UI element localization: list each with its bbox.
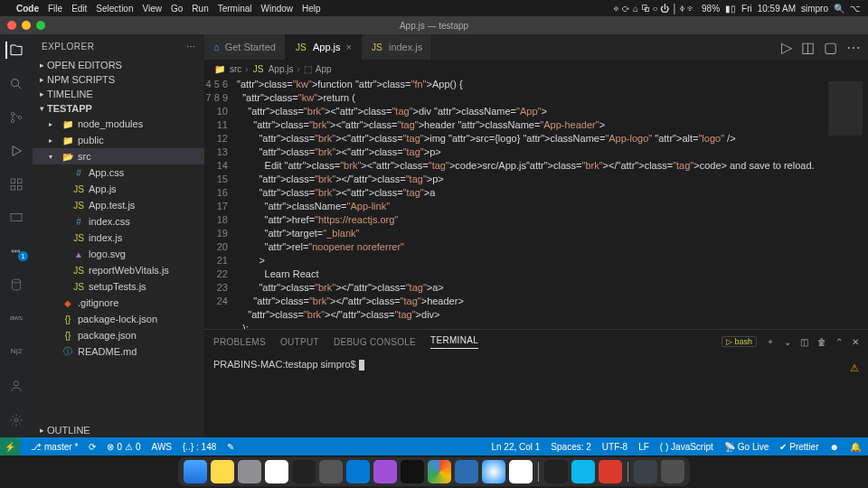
menu-terminal[interactable]: Terminal bbox=[218, 4, 252, 14]
tree-item-setupTests-js[interactable]: JSsetupTests.js bbox=[33, 278, 204, 295]
close-icon[interactable] bbox=[7, 21, 16, 30]
db-icon[interactable] bbox=[6, 276, 26, 293]
user-name[interactable]: simpro bbox=[801, 4, 828, 14]
dock-activity[interactable] bbox=[544, 460, 568, 483]
menu-edit[interactable]: Edit bbox=[71, 4, 87, 14]
terminal-shell[interactable]: ▷ bash bbox=[722, 336, 757, 347]
menu-file[interactable]: File bbox=[48, 4, 62, 14]
menu-run[interactable]: Run bbox=[192, 4, 208, 14]
tree-item-App-test-js[interactable]: JSApp.test.js bbox=[33, 197, 204, 213]
kill-terminal-icon[interactable]: 🗑 bbox=[817, 337, 826, 347]
breadcrumb[interactable]: 📁src› JSApp.js› ⬚App bbox=[204, 60, 868, 78]
search-icon[interactable] bbox=[6, 75, 26, 92]
section-timeline[interactable]: ▸TIMELINE bbox=[33, 87, 204, 101]
dock-launchpad[interactable] bbox=[238, 460, 261, 483]
dock-vscode[interactable] bbox=[346, 460, 370, 483]
terminal[interactable]: PRABINS-MAC:testapp simpro$ ⚠ bbox=[204, 353, 868, 437]
remote-indicator[interactable]: ⚡ bbox=[0, 437, 20, 455]
dock-podcast[interactable] bbox=[373, 460, 397, 483]
new-terminal-icon[interactable]: ＋ bbox=[766, 335, 775, 348]
section-npm[interactable]: ▸NPM SCRIPTS bbox=[33, 72, 204, 87]
extensions-icon[interactable] bbox=[6, 175, 26, 192]
tree-item-logo-svg[interactable]: ▲logo.svg bbox=[33, 246, 204, 262]
explorer-icon[interactable] bbox=[5, 42, 25, 59]
n2-icon[interactable]: N|2 bbox=[6, 343, 26, 360]
menu-window[interactable]: Window bbox=[261, 4, 294, 14]
dock-app2[interactable] bbox=[599, 460, 622, 483]
tree-item-README-md[interactable]: ⓘREADME.md bbox=[33, 343, 204, 360]
aws-icon[interactable]: aws bbox=[6, 309, 26, 326]
status-feedback-icon[interactable]: ☻ bbox=[829, 442, 839, 452]
dock-folder[interactable] bbox=[634, 460, 657, 483]
menu-view[interactable]: View bbox=[143, 4, 163, 14]
tree-item-reportWebVitals-js[interactable]: JSreportWebVitals.js bbox=[33, 262, 204, 278]
tree-item--gitignore[interactable]: ◆.gitignore bbox=[33, 295, 204, 311]
menu-app[interactable]: Code bbox=[16, 4, 39, 14]
status-sync[interactable]: ⟳ bbox=[89, 442, 96, 452]
status-bell-icon[interactable]: 🔔 bbox=[850, 442, 861, 452]
status-position[interactable]: Ln 22, Col 1 bbox=[491, 442, 540, 452]
status-scope[interactable]: {..} : 148 bbox=[183, 442, 216, 452]
dock-terminal[interactable] bbox=[292, 460, 316, 483]
dock-trash[interactable] bbox=[661, 460, 684, 483]
close-tab-icon[interactable]: × bbox=[346, 42, 352, 52]
tree-item-App-js[interactable]: JSApp.js bbox=[33, 181, 204, 197]
tree-item-src[interactable]: ▾📂src bbox=[33, 148, 204, 164]
status-language[interactable]: ( ) JavaScript bbox=[660, 442, 713, 452]
close-panel-icon[interactable]: ✕ bbox=[852, 337, 859, 347]
tree-item-App-css[interactable]: #App.css bbox=[33, 164, 204, 181]
split-terminal-icon[interactable]: ◫ bbox=[800, 337, 808, 347]
more-icon[interactable]: ⋯ bbox=[186, 42, 196, 52]
panel-tab-debug[interactable]: DEBUG CONSOLE bbox=[334, 337, 416, 347]
menu-help[interactable]: Help bbox=[302, 4, 321, 14]
macos-dock[interactable] bbox=[178, 457, 690, 486]
status-problems[interactable]: ⊗ 0 ⚠ 0 bbox=[107, 442, 140, 452]
spotlight-icon[interactable]: 🔍 bbox=[834, 4, 844, 14]
tab-index-js[interactable]: JSindex.js bbox=[362, 34, 432, 60]
dock-pages[interactable] bbox=[509, 460, 533, 483]
status-branch[interactable]: ⎇ master* bbox=[31, 442, 78, 452]
docker-icon[interactable] bbox=[6, 242, 26, 259]
traffic-lights[interactable] bbox=[0, 21, 45, 30]
status-encoding[interactable]: UTF-8 bbox=[602, 442, 627, 452]
control-center-icon[interactable]: ⌥ bbox=[850, 4, 861, 14]
minimize-icon[interactable] bbox=[22, 21, 31, 30]
status-spaces[interactable]: Spaces: 2 bbox=[551, 442, 590, 452]
dock-app1[interactable] bbox=[455, 460, 478, 483]
section-outline[interactable]: ▸OUTLINE bbox=[33, 423, 204, 437]
layout-icon[interactable]: ▢ bbox=[824, 39, 837, 56]
status-eol[interactable]: LF bbox=[638, 442, 649, 452]
zoom-icon[interactable] bbox=[36, 21, 45, 30]
panel-tab-terminal[interactable]: TERMINAL bbox=[430, 335, 478, 349]
tab-App-js[interactable]: JSApp.js× bbox=[286, 34, 362, 60]
status-aws[interactable]: AWS bbox=[152, 442, 172, 452]
minimap[interactable] bbox=[823, 78, 868, 329]
tree-item-index-css[interactable]: #index.css bbox=[33, 213, 204, 230]
code-content[interactable]: "attr">class="kw">function "attr">class=… bbox=[237, 78, 868, 329]
debug-icon[interactable] bbox=[6, 142, 26, 159]
tree-item-package-json[interactable]: {}package.json bbox=[33, 327, 204, 343]
account-icon[interactable] bbox=[6, 376, 26, 396]
menu-go[interactable]: Go bbox=[171, 4, 183, 14]
scm-icon[interactable] bbox=[6, 108, 26, 126]
tree-item-node_modules[interactable]: ▸📁node_modules bbox=[33, 116, 204, 132]
dock-safari[interactable] bbox=[482, 460, 505, 483]
status-golive[interactable]: 📡 Go Live bbox=[724, 442, 769, 452]
tree-item-index-js[interactable]: JSindex.js bbox=[33, 230, 204, 246]
maximize-panel-icon[interactable]: ⌃ bbox=[835, 337, 843, 347]
panel-tab-output[interactable]: OUTPUT bbox=[280, 337, 319, 347]
dock-calendar[interactable] bbox=[265, 460, 288, 483]
dock-docker[interactable] bbox=[571, 460, 595, 483]
run-icon[interactable]: ▷ bbox=[781, 39, 792, 56]
dropdown-icon[interactable]: ⌄ bbox=[784, 337, 791, 347]
dock-notes[interactable] bbox=[211, 460, 234, 483]
code-editor[interactable]: 4 5 6 7 8 9 10 11 12 13 14 15 16 17 18 1… bbox=[204, 78, 868, 329]
dock-finder[interactable] bbox=[184, 460, 207, 483]
settings-icon[interactable] bbox=[6, 410, 26, 430]
remote-icon[interactable] bbox=[6, 209, 26, 226]
warning-icon[interactable]: ⚠ bbox=[850, 362, 859, 374]
split-icon[interactable]: ◫ bbox=[801, 39, 815, 56]
section-open-editors[interactable]: ▸OPEN EDITORS bbox=[33, 58, 204, 72]
menu-selection[interactable]: Selection bbox=[96, 4, 133, 14]
more-icon[interactable]: ⋯ bbox=[846, 39, 861, 56]
